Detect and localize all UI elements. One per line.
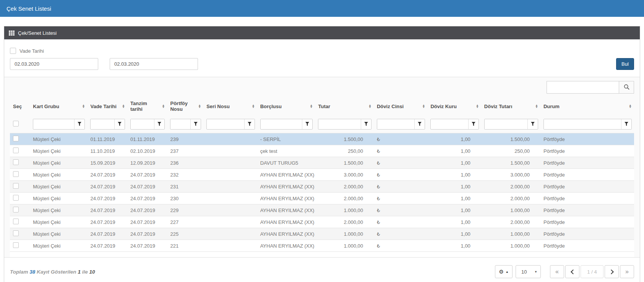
table-row[interactable]: Müşteri Çeki11.10.201902.10.2019237çek t… xyxy=(10,145,634,157)
filter-funnel-button[interactable] xyxy=(414,119,425,129)
filter-input-doviz_kuru[interactable] xyxy=(431,119,468,129)
filter-input-doviz_tutari[interactable] xyxy=(485,119,527,129)
gear-icon: ⚙ xyxy=(499,269,504,275)
filter-funnel-button[interactable] xyxy=(74,119,84,129)
funnel-icon xyxy=(78,122,81,127)
sort-icon: ▲▼ xyxy=(629,104,632,108)
column-label: Durum xyxy=(543,104,560,109)
previous-page-button[interactable] xyxy=(565,265,579,278)
find-button[interactable]: Bul xyxy=(616,58,634,70)
page-size-select[interactable]: 10 xyxy=(516,265,541,278)
column-header-seri_nosu[interactable]: Seri Nosu▲▼ xyxy=(203,97,257,115)
cell-seri_nosu xyxy=(203,228,257,240)
row-checkbox[interactable] xyxy=(13,195,19,201)
filter-input-doviz_cinsi[interactable] xyxy=(377,119,414,129)
filter-funnel-button[interactable] xyxy=(154,119,164,129)
date-to-input[interactable] xyxy=(110,58,198,70)
vade-tarihi-checkbox[interactable] xyxy=(10,48,16,54)
app-title-bar: Çek Senet Listesi xyxy=(0,0,644,17)
column-header-doviz_tutari[interactable]: Döviz Tutarı▲▼ xyxy=(481,97,540,115)
table-row[interactable]: Müşteri Çeki15.09.201912.09.2019236DAVUT… xyxy=(10,157,634,169)
date-from-input[interactable] xyxy=(10,58,98,70)
filter-input-vade_tarihi[interactable] xyxy=(91,119,114,129)
filter-cell-borclusu xyxy=(257,115,315,133)
cell-tutar: 1.000,00 xyxy=(315,228,374,240)
cell-doviz_cinsi: ₺ xyxy=(374,169,427,181)
filter-input-durum[interactable] xyxy=(544,119,621,129)
cell-tutar: 2.000,00 xyxy=(315,193,374,204)
table-row[interactable]: Müşteri Çeki24.07.201924.07.2019227AYHAN… xyxy=(10,216,634,228)
cell-doviz_cinsi: ₺ xyxy=(374,181,427,193)
cell-tutar: 1.000,00 xyxy=(315,240,374,252)
search-button[interactable] xyxy=(619,81,634,94)
first-page-button[interactable]: « xyxy=(550,265,564,278)
cell-doviz_kuru: 1,00 xyxy=(427,193,481,204)
filter-cell-doviz_cinsi xyxy=(374,115,427,133)
filter-input-seri_nosu[interactable] xyxy=(207,119,244,129)
column-header-doviz_kuru[interactable]: Döviz Kuru▲▼ xyxy=(427,97,481,115)
column-header-tutar[interactable]: Tutar▲▼ xyxy=(315,97,374,115)
cell-vade_tarihi: 24.07.2019 xyxy=(87,204,127,216)
filter-funnel-button[interactable] xyxy=(361,119,371,129)
row-checkbox[interactable] xyxy=(13,171,19,177)
row-checkbox[interactable] xyxy=(13,219,19,224)
filter-funnel-button[interactable] xyxy=(527,119,538,129)
cell-portfoy_nosu: 229 xyxy=(167,204,203,216)
filter-input-borclusu[interactable] xyxy=(261,119,302,129)
cell-doviz_cinsi: ₺ xyxy=(374,228,427,240)
next-page-button[interactable] xyxy=(605,265,619,278)
column-header-durum[interactable]: Durum▲▼ xyxy=(540,97,634,115)
column-header-portfoy_nosu[interactable]: Pörtföy Nosu▲▼ xyxy=(167,97,203,115)
sort-icon: ▲▼ xyxy=(122,104,125,108)
row-checkbox[interactable] xyxy=(13,147,19,153)
cell-portfoy_nosu: 230 xyxy=(167,193,203,204)
table-row[interactable]: Müşteri Çeki24.07.201924.07.2019221AYHAN… xyxy=(10,240,634,252)
filter-input-portfoy_nosu[interactable] xyxy=(170,119,190,129)
cell-doviz_cinsi: ₺ xyxy=(374,157,427,169)
cell-durum: Pörtföyde xyxy=(540,157,634,169)
row-checkbox[interactable] xyxy=(13,159,19,165)
filter-funnel-button[interactable] xyxy=(621,119,631,129)
table-row[interactable]: Müşteri Çeki24.07.201924.07.2019225AYHAN… xyxy=(10,228,634,240)
search-input[interactable] xyxy=(547,81,619,94)
filter-input-tutar[interactable] xyxy=(318,119,361,129)
filter-funnel-button[interactable] xyxy=(244,119,255,129)
row-select-cell xyxy=(10,169,30,181)
cell-borclusu: AYHAN ERYILMAZ (XX) xyxy=(257,228,315,240)
filter-input-tanzim_tarihi[interactable] xyxy=(131,119,154,129)
cell-tutar: 1.500,00 xyxy=(315,157,374,169)
funnel-icon xyxy=(305,122,309,127)
row-checkbox[interactable] xyxy=(13,136,19,141)
row-checkbox[interactable] xyxy=(13,242,19,248)
column-header-doviz_cinsi[interactable]: Döviz Cinsi▲▼ xyxy=(374,97,427,115)
table-row[interactable]: Müşteri Çeki24.07.201924.07.2019232AYHAN… xyxy=(10,169,634,181)
filter-input-kart_grubu[interactable] xyxy=(33,119,74,129)
filter-funnel-button[interactable] xyxy=(114,119,125,129)
last-page-button[interactable]: » xyxy=(620,265,634,278)
funnel-icon xyxy=(625,122,628,127)
sort-icon: ▲▼ xyxy=(252,104,255,108)
table-row[interactable]: Müşteri Çeki24.07.201924.07.2019229AYHAN… xyxy=(10,204,634,216)
column-header-tanzim_tarihi[interactable]: Tanzim tarihi▲▼ xyxy=(127,97,167,115)
column-header-sec: Seç xyxy=(10,97,30,115)
row-select-cell xyxy=(10,204,30,216)
row-checkbox[interactable] xyxy=(13,183,19,189)
column-header-borclusu[interactable]: Borçlusu▲▼ xyxy=(257,97,315,115)
cell-durum: Pörtföyde xyxy=(540,216,634,228)
filter-funnel-button[interactable] xyxy=(468,119,479,129)
row-checkbox[interactable] xyxy=(13,207,19,212)
table-row[interactable]: Müşteri Çeki01.11.201901.11.2019239- SER… xyxy=(10,133,634,145)
cell-vade_tarihi: 01.11.2019 xyxy=(87,133,127,145)
filter-funnel-button[interactable] xyxy=(190,119,201,129)
select-all-checkbox[interactable] xyxy=(13,121,19,126)
filter-funnel-button[interactable] xyxy=(302,119,312,129)
search-icon xyxy=(624,84,629,91)
column-header-kart_grubu[interactable]: Kart Grubu▲▼ xyxy=(30,97,87,115)
table-row[interactable]: Müşteri Çeki24.07.201924.07.2019230AYHAN… xyxy=(10,193,634,204)
cell-seri_nosu xyxy=(203,145,257,157)
grid-settings-button[interactable]: ⚙ ▲ xyxy=(495,265,513,278)
cell-seri_nosu xyxy=(203,169,257,181)
table-row[interactable]: Müşteri Çeki24.07.201924.07.2019231AYHAN… xyxy=(10,181,634,193)
row-checkbox[interactable] xyxy=(13,230,19,236)
column-header-vade_tarihi[interactable]: Vade Tarihi▲▼ xyxy=(87,97,127,115)
